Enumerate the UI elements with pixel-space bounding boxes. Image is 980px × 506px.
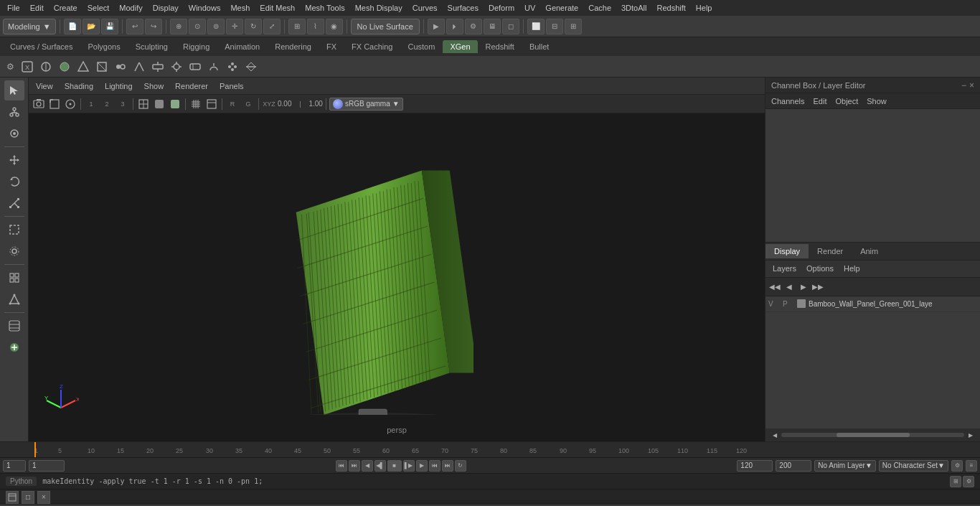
layout-btn-1[interactable]: ⬜ [527, 19, 545, 34]
python-label[interactable]: Python [6, 477, 37, 486]
cb-menu-channels[interactable]: Channels [768, 96, 807, 106]
go-end-btn[interactable]: ⏭ [442, 460, 453, 472]
tab-xgen[interactable]: XGen [443, 40, 477, 53]
window-close-btn[interactable]: × [37, 491, 50, 504]
prev-frame-btn[interactable]: ◀ [362, 460, 373, 472]
menu-mesh-tools[interactable]: Mesh Tools [301, 2, 349, 14]
display-mode-tool[interactable] [4, 316, 24, 336]
render-settings-button[interactable]: ⚙ [465, 19, 482, 34]
vp-frame-all-btn[interactable] [63, 97, 77, 111]
tab-curves-surfaces[interactable]: Curves / Surfaces [3, 40, 80, 53]
tab-display[interactable]: Display [765, 244, 809, 258]
soft-select-tool[interactable] [4, 241, 24, 261]
xgen-tool-8[interactable] [149, 58, 166, 75]
play-back-btn[interactable]: ◀▌ [374, 460, 386, 472]
tab-bullet[interactable]: Bullet [522, 40, 557, 53]
move-tool[interactable] [4, 150, 24, 170]
vp-solid-btn[interactable] [152, 97, 166, 111]
menu-modify[interactable]: Modify [115, 2, 146, 14]
window-icon-1[interactable] [6, 491, 19, 504]
hierarchy-tool[interactable] [4, 102, 24, 122]
layout-btn-3[interactable]: ⊞ [565, 19, 582, 34]
menu-help[interactable]: Help [692, 2, 717, 14]
loop-btn[interactable]: ↻ [455, 460, 466, 472]
vp-menu-lighting[interactable]: Lighting [102, 80, 136, 92]
panel-minimize-btn[interactable]: − [961, 80, 966, 90]
render-button[interactable]: ▶ [428, 19, 445, 34]
menu-redshift[interactable]: Redshift [652, 2, 689, 14]
vp-fit-btn[interactable] [47, 97, 62, 111]
xgen-tool-13[interactable] [242, 58, 260, 75]
window-icon-2[interactable]: □ [22, 491, 34, 504]
select-tool[interactable] [4, 80, 24, 100]
menu-edit[interactable]: Edit [26, 2, 48, 14]
anim-layer-dropdown[interactable]: No Anim Layer ▼ [814, 460, 876, 472]
xgen-tool-10[interactable] [187, 58, 204, 75]
current-frame-field[interactable]: 1 [3, 460, 26, 472]
menu-deform[interactable]: Deform [484, 2, 519, 14]
xgen-tool-9[interactable] [168, 58, 185, 75]
menu-edit-mesh[interactable]: Edit Mesh [255, 2, 299, 14]
layers-hscroll-track[interactable] [781, 433, 964, 437]
range-end-field[interactable]: 120 [737, 460, 773, 472]
tab-fx-caching[interactable]: FX Caching [344, 40, 400, 53]
vp-menu-show[interactable]: Show [141, 80, 167, 92]
xgen-tool-3[interactable] [56, 58, 73, 75]
snap-vertex-tool[interactable] [4, 289, 24, 309]
next-key-btn[interactable]: ⏮ [429, 460, 440, 472]
vp-hud-toggle[interactable] [204, 97, 219, 111]
status-icon-2[interactable]: ⚙ [963, 476, 974, 487]
xgen-tool-4[interactable] [75, 58, 92, 75]
snap-grid-button[interactable]: ⊞ [288, 19, 306, 34]
tab-rendering[interactable]: Rendering [268, 40, 319, 53]
menu-3dtool[interactable]: 3DtoAll [617, 2, 651, 14]
workspace-dropdown[interactable]: Modeling ▼ [3, 19, 56, 34]
next-frame-btn[interactable]: ▶ [416, 460, 428, 472]
menu-file[interactable]: File [3, 2, 24, 14]
layers-hscroll-right[interactable]: ▶ [964, 428, 977, 441]
scale-tool[interactable] [4, 193, 24, 213]
menu-mesh[interactable]: Mesh [226, 2, 254, 14]
vp-wireframe-btn[interactable] [136, 97, 151, 111]
vp-gate-btn[interactable]: G [241, 97, 255, 111]
menu-surfaces[interactable]: Surfaces [443, 2, 483, 14]
vp-resolution-btn[interactable]: R [225, 97, 240, 111]
select-tool-button[interactable]: ⊕ [170, 19, 187, 34]
layer-row[interactable]: V P Bamboo_Wall_Panel_Green_001_laye [765, 296, 980, 312]
menu-windows[interactable]: Windows [184, 2, 225, 14]
play-fwd-btn[interactable]: ▌▶ [403, 460, 415, 472]
vp-hotkey-1[interactable]: 1 [84, 97, 98, 111]
menu-display[interactable]: Display [149, 2, 183, 14]
xgen-tool-1[interactable]: X [19, 58, 36, 75]
layers-menu-help[interactable]: Help [839, 263, 864, 274]
cb-menu-show[interactable]: Show [864, 96, 890, 106]
move-tool-button[interactable]: ✛ [226, 19, 243, 34]
cb-menu-object[interactable]: Object [832, 96, 861, 106]
color-profile-dropdown[interactable]: sRGB gamma ▼ [329, 98, 403, 111]
vp-menu-panels[interactable]: Panels [217, 80, 247, 92]
viewport-canvas[interactable]: X Y Z persp [29, 113, 765, 441]
vp-grid-toggle[interactable] [189, 97, 203, 111]
layers-hscroll-thumb[interactable] [837, 433, 910, 437]
total-frames-field[interactable]: 200 [776, 460, 811, 472]
layers-scroll-left[interactable]: ◀◀ [768, 280, 781, 293]
layers-scroll-right[interactable]: ▶▶ [811, 280, 824, 293]
menu-select[interactable]: Select [83, 2, 114, 14]
vp-menu-renderer[interactable]: Renderer [172, 80, 211, 92]
tab-animation[interactable]: Animation [217, 40, 267, 53]
timeline[interactable]: 1510152025303540455055606570758085909510… [0, 441, 980, 457]
vp-menu-view[interactable]: View [33, 80, 56, 92]
cb-menu-edit[interactable]: Edit [810, 96, 829, 106]
character-set-dropdown[interactable]: No Character Set ▼ [879, 460, 948, 472]
render-view-button[interactable]: ◻ [502, 19, 519, 34]
open-file-button[interactable]: 📂 [83, 19, 100, 34]
tab-custom[interactable]: Custom [401, 40, 443, 53]
layers-scroll-bar-container[interactable]: ◀ ▶ [765, 428, 980, 441]
prev-key-btn[interactable]: ⏭ [349, 460, 360, 472]
tab-redshift[interactable]: Redshift [479, 40, 522, 53]
menu-cache[interactable]: Cache [584, 2, 616, 14]
vp-hotkey-2[interactable]: 2 [100, 97, 114, 111]
new-file-button[interactable]: 📄 [64, 19, 81, 34]
tab-polygons[interactable]: Polygons [80, 40, 127, 53]
scale-tool-button[interactable]: ⤢ [263, 19, 281, 34]
